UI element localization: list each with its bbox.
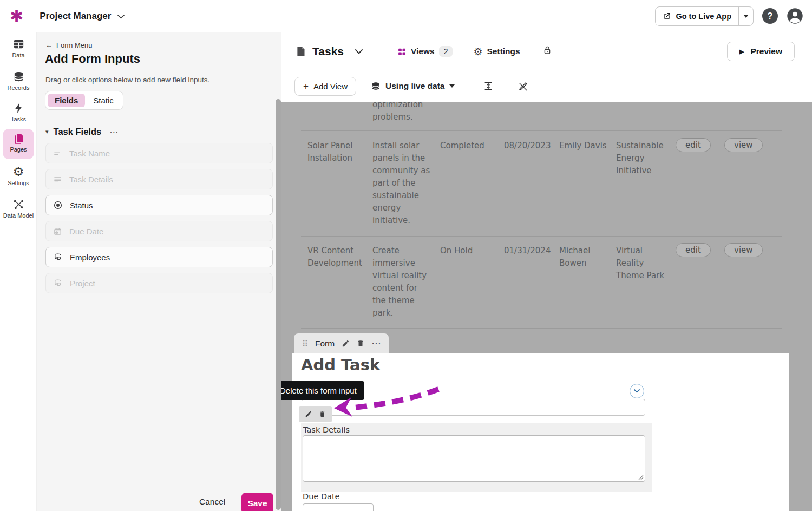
preview-button[interactable]: ▶ Preview (727, 42, 795, 61)
live-app-dropdown-button[interactable] (738, 7, 753, 25)
tab-fields[interactable]: Fields (48, 94, 85, 107)
collapse-form-button[interactable] (630, 384, 644, 398)
sidebar-item-pages[interactable]: Pages (0, 132, 37, 153)
tab-static[interactable]: Static (86, 94, 121, 107)
field-option-employees[interactable]: Employees (45, 247, 273, 267)
sidebar-item-data-model[interactable]: Data Model (0, 198, 37, 219)
data-source-selector[interactable]: Using live data (371, 81, 455, 91)
row-view-button[interactable]: view (724, 243, 763, 257)
app-name: Project Manager (40, 11, 111, 22)
sidebar-item-records[interactable]: Records (0, 70, 37, 91)
data-model-icon (12, 198, 25, 211)
nav-rail: Data Records Tasks Pages ⚙ Settings (0, 32, 37, 511)
pencil-icon (305, 410, 312, 418)
pages-icon (12, 132, 25, 145)
form-chip-label: Form (315, 339, 335, 349)
task-details-form-input: Task Details (301, 423, 652, 492)
cell-assignee: Michael Bowen (559, 245, 609, 270)
go-to-live-app-split-button: Go to Live App (655, 6, 754, 26)
views-tab[interactable]: Views 2 (397, 46, 453, 57)
field-option-task-details: Task Details (45, 169, 273, 189)
sidebar-item-settings[interactable]: ⚙ Settings (0, 166, 37, 186)
page-chevron-icon[interactable] (355, 47, 363, 56)
pencil-icon (342, 339, 350, 348)
chevron-down-icon (634, 389, 640, 393)
topbar: ✱ Project Manager Go to Live App ? (0, 0, 812, 32)
views-icon (397, 47, 407, 56)
save-button[interactable]: Save (241, 493, 273, 511)
views-label: Views (411, 47, 435, 56)
back-to-form-menu-link[interactable]: ← Form Menu (45, 41, 92, 49)
main-area: Tasks Views 2 ⚙ Settings (281, 32, 812, 511)
help-button[interactable]: ? (762, 8, 778, 24)
paragraph-icon (53, 175, 62, 184)
short-text-icon (53, 149, 62, 158)
add-view-button[interactable]: + Add View (294, 77, 356, 96)
delete-form-input-button[interactable] (319, 410, 326, 418)
field-option-status[interactable]: Status (45, 195, 273, 215)
cell-task-details: Create immersive virtual reality content… (372, 245, 433, 319)
row-edit-button[interactable]: edit (676, 138, 711, 152)
disable-styles-button[interactable] (518, 81, 529, 92)
collapse-caret-icon[interactable]: ▾ (45, 128, 49, 135)
sidebar-item-data[interactable]: Data (0, 38, 37, 58)
settings-label: Settings (487, 47, 520, 56)
field-option-task-name: Task Name (45, 143, 273, 163)
preview-label: Preview (750, 47, 782, 56)
task-details-textarea[interactable] (303, 435, 645, 482)
edit-view-button[interactable] (342, 339, 350, 348)
app-root: ✱ Project Manager Go to Live App ? (0, 0, 812, 511)
add-task-form: Add Task Task Details (292, 353, 789, 511)
form-view-chip[interactable]: ⠿ Form ⋯ (294, 333, 389, 353)
user-avatar[interactable] (787, 8, 803, 24)
row-edit-button[interactable]: edit (676, 243, 711, 257)
database-icon (12, 70, 25, 83)
help-icon: ? (768, 11, 773, 21)
app-logo-icon[interactable]: ✱ (10, 8, 23, 24)
edit-form-input-button[interactable] (305, 410, 312, 418)
cell-due-date: 01/31/2024 (504, 245, 558, 257)
caret-down-icon (449, 84, 455, 88)
go-to-live-app-button[interactable]: Go to Live App (656, 7, 738, 25)
cell-project: Virtual Reality Theme Park (616, 245, 670, 282)
resize-handle-icon[interactable] (638, 474, 644, 480)
calendar-icon (53, 227, 62, 236)
drag-handle-icon[interactable]: ⠿ (302, 339, 308, 349)
section-menu-icon[interactable]: ⋯ (109, 127, 119, 137)
add-view-label: Add View (313, 82, 348, 91)
database-icon (371, 81, 381, 91)
page-header: Tasks Views 2 ⚙ Settings (281, 32, 812, 70)
row-view-button[interactable]: view (724, 138, 763, 152)
view-toolbar: + Add View Using live data (281, 70, 812, 102)
settings-tab[interactable]: ⚙ Settings (473, 47, 520, 57)
trash-icon (357, 339, 364, 348)
app-switcher-chevron-icon[interactable] (117, 11, 125, 21)
gear-icon: ⚙ (13, 166, 24, 178)
back-link-label: Form Menu (56, 41, 92, 49)
connection-search-icon (53, 252, 63, 262)
panel-scrollbar[interactable] (276, 99, 281, 510)
field-type-tabs: Fields Static (45, 91, 123, 110)
task-details-label: Task Details (303, 425, 350, 434)
lightning-icon (12, 102, 25, 114)
due-date-label: Due Date (303, 492, 340, 501)
fit-height-button[interactable] (483, 81, 494, 91)
cell-task-name: VR Content Development (307, 245, 368, 270)
view-more-menu-icon[interactable]: ⋯ (371, 338, 381, 349)
due-date-input[interactable] (303, 503, 374, 511)
data-source-label: Using live data (385, 81, 444, 91)
fit-height-icon (483, 81, 494, 91)
cell-task-name: Solar Panel Installation (307, 140, 368, 165)
task-name-input[interactable] (302, 399, 645, 416)
page-file-icon (295, 45, 306, 58)
delete-view-button[interactable] (357, 339, 364, 348)
lock-icon[interactable] (542, 44, 553, 58)
cell-due-date: 08/20/2023 (504, 140, 558, 152)
trash-icon (319, 410, 326, 418)
add-form-inputs-panel: ← Form Menu Add Form Inputs Drag or clic… (37, 32, 281, 511)
back-arrow-icon: ← (45, 41, 53, 49)
cancel-button[interactable]: Cancel (199, 497, 225, 507)
go-to-live-app-label: Go to Live App (676, 12, 731, 21)
plus-icon: + (303, 82, 309, 91)
sidebar-item-tasks[interactable]: Tasks (0, 102, 37, 122)
